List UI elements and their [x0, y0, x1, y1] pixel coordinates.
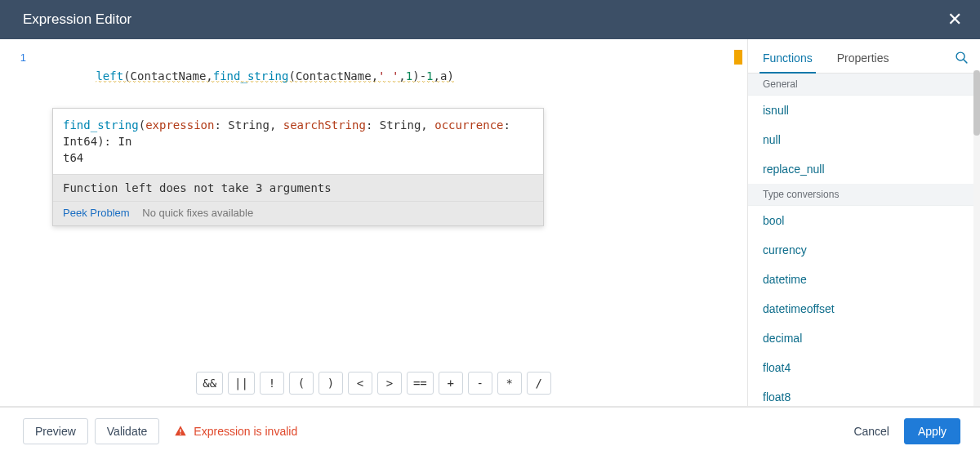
main-area: 1 left(ContactName,find_string(ContactNa…: [0, 39, 980, 407]
function-item-bool[interactable]: bool: [748, 206, 977, 235]
operator-button-7[interactable]: ==: [407, 372, 434, 395]
function-item-currency[interactable]: currency: [748, 235, 977, 265]
operator-button-11[interactable]: /: [527, 372, 551, 395]
operator-button-0[interactable]: &&: [196, 372, 223, 395]
validation-status: Expression is invalid: [174, 425, 297, 438]
close-icon[interactable]: ✕: [944, 7, 965, 32]
line-number: 1: [0, 49, 41, 103]
panel-scrollbar[interactable]: [973, 70, 980, 406]
operator-button-8[interactable]: +: [439, 372, 463, 395]
operator-toolbar: &&||!()<>==+-*/: [0, 364, 747, 406]
operator-button-9[interactable]: -: [468, 372, 492, 395]
signature-help: find_string(expression: String, searchSt…: [53, 109, 543, 174]
code-editor[interactable]: 1 left(ContactName,find_string(ContactNa…: [0, 39, 747, 103]
operator-button-2[interactable]: !: [260, 372, 284, 395]
status-text: Expression is invalid: [194, 425, 297, 438]
error-message: Function left does not take 3 arguments: [53, 174, 543, 201]
operator-button-1[interactable]: ||: [228, 372, 255, 395]
operator-button-10[interactable]: *: [497, 372, 522, 395]
search-icon[interactable]: [955, 51, 972, 69]
cancel-button[interactable]: Cancel: [847, 420, 896, 443]
function-list[interactable]: Generalisnullnullreplace_nullType conver…: [748, 74, 980, 406]
apply-button[interactable]: Apply: [904, 418, 960, 444]
operator-button-3[interactable]: (: [289, 372, 314, 395]
operator-button-6[interactable]: >: [377, 372, 402, 395]
svg-line-1: [964, 59, 967, 62]
editor-pane: 1 left(ContactName,find_string(ContactNa…: [0, 39, 747, 406]
validate-button[interactable]: Validate: [95, 418, 160, 444]
warning-icon: [174, 425, 187, 438]
error-marker-icon[interactable]: [734, 50, 742, 65]
tab-functions[interactable]: Functions: [760, 45, 816, 74]
panel-tabs: Functions Properties: [748, 39, 980, 74]
function-item-float4[interactable]: float4: [748, 353, 977, 382]
no-quick-fix-label: No quick fixes available: [142, 207, 253, 219]
code-content[interactable]: left(ContactName,find_string(ContactName…: [96, 69, 453, 83]
panel-scrollbar-thumb[interactable]: [973, 70, 980, 136]
operator-button-4[interactable]: ): [318, 372, 343, 395]
hint-actions: Peek Problem No quick fixes available: [53, 201, 543, 225]
side-panel: Functions Properties Generalisnullnullre…: [747, 39, 980, 406]
peek-problem-link[interactable]: Peek Problem: [63, 207, 130, 219]
function-item-null[interactable]: null: [748, 125, 977, 154]
function-item-datetimeoffset[interactable]: datetimeoffset: [748, 294, 977, 323]
intellisense-popup: find_string(expression: String, searchSt…: [52, 108, 544, 226]
dialog-footer: Preview Validate Expression is invalid C…: [0, 407, 980, 454]
tab-properties[interactable]: Properties: [834, 45, 893, 74]
dialog-title: Expression Editor: [23, 11, 131, 28]
preview-button[interactable]: Preview: [23, 418, 88, 444]
function-item-replace_null[interactable]: replace_null: [748, 154, 977, 184]
dialog-header: Expression Editor ✕: [0, 0, 980, 39]
function-group-header: Type conversions: [748, 184, 977, 206]
function-group-header: General: [748, 74, 977, 96]
code-line-1[interactable]: left(ContactName,find_string(ContactName…: [41, 49, 747, 103]
function-item-isnull[interactable]: isnull: [748, 96, 977, 125]
function-item-float8[interactable]: float8: [748, 382, 977, 406]
svg-rect-2: [180, 429, 181, 432]
operator-button-5[interactable]: <: [348, 372, 372, 395]
function-item-datetime[interactable]: datetime: [748, 265, 977, 294]
svg-rect-3: [180, 433, 181, 434]
function-item-decimal[interactable]: decimal: [748, 323, 977, 353]
